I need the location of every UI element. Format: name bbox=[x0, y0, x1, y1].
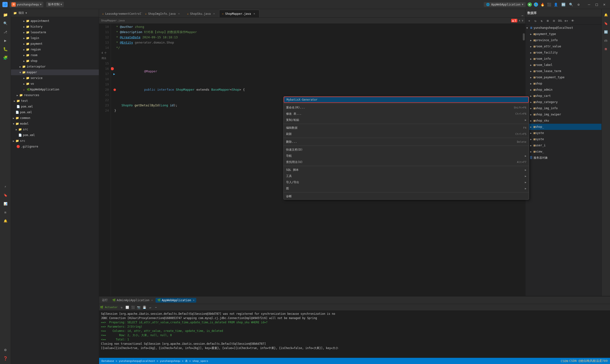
tab-lease-agreement[interactable]: ☕ LeaseAgreementController.java ✕ bbox=[99, 10, 142, 17]
db-table-room-label[interactable]: ▶ ▦ room_label bbox=[526, 62, 601, 68]
db-table-shop-img-info[interactable]: ▶ ▦ shop_img_info bbox=[526, 105, 601, 111]
db-table-shop-sku[interactable]: ▶ ▦ shop_sku bbox=[526, 117, 601, 124]
run-tab-appweb[interactable]: 🌿 AppWebApplication ✕ bbox=[155, 298, 196, 303]
db-table-syste1[interactable]: ▶ ▦ syste bbox=[526, 130, 601, 136]
ctx-item-rename[interactable]: 重命名(R)... Shift+F6 bbox=[284, 104, 529, 111]
console-log[interactable]: SqlSession [org.apache.ibatis.session.de… bbox=[99, 311, 610, 358]
db-table-province-info[interactable]: ▶ ▦ province_info bbox=[526, 37, 601, 43]
tree-item-test[interactable]: ▶ 📁 test bbox=[11, 98, 99, 104]
run-button[interactable]: ▶ bbox=[527, 2, 532, 7]
profile-button[interactable]: 🔥 bbox=[540, 2, 545, 7]
minimize-button[interactable]: — bbox=[586, 1, 592, 8]
tree-item-model[interactable]: ▼ 📁 model bbox=[11, 121, 99, 127]
maximize-button[interactable]: □ bbox=[593, 1, 600, 8]
ctx-item-modify[interactable]: 修改 表... Ctrl+F6 bbox=[284, 111, 529, 117]
tree-item-history[interactable]: ▶ 📁 history bbox=[11, 24, 99, 29]
db-table-shop-category[interactable]: ▶ ▦ shop_category bbox=[526, 99, 601, 105]
context-menu[interactable]: MybatisX-Generator 重命名(R)... Shift+F6 修改… bbox=[283, 96, 529, 200]
run-tab-close[interactable]: ✕ bbox=[151, 299, 153, 301]
sidebar-icon-problems[interactable]: ⚡ bbox=[2, 183, 9, 190]
ctx-item-import-export[interactable]: 导入/导出 ▶ bbox=[284, 179, 529, 185]
user-icon[interactable]: 👤 bbox=[553, 2, 558, 7]
db-table-shop-cart[interactable]: ▶ ▦ shop_cart bbox=[526, 93, 601, 99]
db-refresh-button[interactable]: ↻ bbox=[533, 18, 538, 24]
run-tab-close[interactable]: ✕ bbox=[193, 299, 194, 301]
search-icon[interactable]: 🔍 bbox=[568, 2, 573, 7]
tab-more-button[interactable]: ⋯ bbox=[520, 14, 525, 17]
tree-item-pom2[interactable]: ▶ 📄 pom.xml bbox=[11, 109, 99, 115]
sidebar-icon-structure[interactable]: 📊 bbox=[2, 200, 9, 208]
sidebar-icon-search[interactable]: 🔍 bbox=[2, 20, 9, 27]
wrap-button[interactable]: ↵ bbox=[148, 305, 153, 310]
sidebar-icon-help[interactable]: ❓ bbox=[2, 354, 9, 362]
tree-item-login[interactable]: ▶ 📁 login bbox=[11, 35, 99, 41]
db-server-objects[interactable]: ▶ 🗄 服务器对象 bbox=[526, 155, 601, 161]
tab-shopsku[interactable]: ☕ ShopSku.java ✕ bbox=[184, 10, 219, 17]
ctx-item-find-usage[interactable]: 查找用法(U) Alt+F7 bbox=[284, 159, 529, 165]
ctx-item-navigate[interactable]: 导航 ▶ bbox=[284, 153, 529, 159]
tree-item-payment[interactable]: ▶ 📁 payment bbox=[11, 41, 99, 47]
ctx-item-edit-data[interactable]: 编辑数据 F4 bbox=[284, 125, 529, 131]
tree-item-mapper[interactable]: ▼ 📁 mapper bbox=[11, 69, 99, 75]
tab-close-button[interactable]: ✕ bbox=[177, 12, 181, 16]
db-table-view[interactable]: ▶ ▦ view_ bbox=[526, 148, 601, 155]
db-table-payment-type[interactable]: ▶ ▦ payment_type bbox=[526, 31, 601, 37]
tree-item-service[interactable]: ▶ 📁 service bbox=[11, 75, 99, 81]
tree-item-src[interactable]: ▶ 📁 src bbox=[11, 138, 99, 144]
db-table-shop[interactable]: ▶ ▦ shop bbox=[526, 80, 601, 87]
db-table-shop-selected[interactable]: ▶ ▦ shop_ bbox=[526, 124, 601, 130]
close-button[interactable]: ✕ bbox=[601, 1, 608, 8]
ctx-item-tools[interactable]: 工具 ▶ bbox=[284, 173, 529, 179]
ctx-item-refresh[interactable]: 刷新 Ctrl+F5 bbox=[284, 131, 529, 137]
db-eye-button[interactable]: 👁 bbox=[570, 18, 575, 24]
db-table-view-button[interactable]: ⊞ bbox=[545, 18, 551, 24]
run-config-selector[interactable]: 🌐 AppWebApplication ▼ bbox=[484, 2, 526, 7]
stop-button[interactable]: ⬜ bbox=[125, 305, 130, 310]
tree-item-vo[interactable]: ▶ 📁 vo bbox=[11, 81, 99, 87]
tree-item-region[interactable]: ▶ 📁 region bbox=[11, 47, 99, 52]
stop-button[interactable]: ⬛ bbox=[547, 2, 551, 7]
sidebar-icon-plugins[interactable]: 🧩 bbox=[2, 54, 9, 61]
db-table-room-attr-value[interactable]: ▶ ▦ room_attr_value bbox=[526, 43, 601, 50]
translate-icon[interactable]: 🔤 bbox=[561, 2, 566, 7]
tree-item-src-model[interactable]: ▶ 📁 src bbox=[11, 127, 99, 132]
ctx-item-diagnose[interactable]: 诊断 bbox=[284, 193, 529, 199]
sidebar-icon-project[interactable]: 📁 bbox=[2, 11, 9, 19]
tree-item-appointment[interactable]: ▶ 📁 appointment bbox=[11, 18, 99, 24]
db-ddl-button[interactable]: DDL bbox=[557, 18, 563, 24]
restart-button[interactable]: ↻ bbox=[119, 305, 124, 310]
right-icon-bookmarks[interactable]: 🔖 bbox=[602, 20, 610, 27]
project-selector[interactable]: 云 yunshangshequ ▼ bbox=[10, 2, 43, 7]
db-table-room-facility[interactable]: ▶ ▦ room_facility bbox=[526, 50, 601, 56]
run-tab-admin[interactable]: 🌿 AdminApiApplication ✕ bbox=[111, 298, 154, 303]
right-icon-maven[interactable]: m bbox=[602, 45, 610, 53]
sidebar-icon-settings[interactable]: ⚙ bbox=[2, 346, 9, 353]
sidebar-icon-bookmarks[interactable]: 🔖 bbox=[2, 191, 9, 199]
tree-item-room[interactable]: ▶ 📁 room bbox=[11, 52, 99, 58]
expand-icon[interactable]: ∧ bbox=[519, 19, 520, 22]
tree-item-shop[interactable]: ▶ 📁 shop bbox=[11, 58, 99, 64]
tree-item-gitignore[interactable]: ▶ 🔴 .gitignore bbox=[11, 144, 99, 149]
db-table-user-i[interactable]: ▶ ▦ user_i bbox=[526, 142, 601, 148]
tree-item-pom1[interactable]: ▶ 📄 pom.xml bbox=[11, 104, 99, 109]
sidebar-icon-maven[interactable]: m bbox=[2, 208, 9, 216]
ctx-item-diagram[interactable]: 图 ▶ bbox=[284, 185, 529, 192]
debug-button[interactable]: 🐛 bbox=[534, 2, 538, 7]
ctx-item-delete[interactable]: 删除... Delete bbox=[284, 139, 529, 145]
right-icon-translate[interactable]: 🔤 bbox=[602, 28, 610, 36]
right-icon-db[interactable]: 🗃 bbox=[602, 37, 610, 44]
stop-button2[interactable]: ⬛ bbox=[131, 305, 136, 310]
ctx-item-copy-paste[interactable]: 复制/粘贴 ▶ bbox=[284, 117, 529, 123]
tab-close-button[interactable]: ✕ bbox=[252, 12, 256, 16]
tree-item-leaseterm[interactable]: ▶ 📁 leaseterm bbox=[11, 29, 99, 35]
ctx-item-quick-doc[interactable]: 快速文档(D) bbox=[284, 146, 529, 153]
db-table-room-payment-type[interactable]: ▶ ▦ room_payment_type bbox=[526, 74, 601, 80]
scroll-thumb[interactable] bbox=[523, 33, 525, 40]
collapse-icon[interactable]: ∨ bbox=[522, 19, 523, 22]
screenshot-button[interactable]: 📷 bbox=[136, 305, 141, 310]
db-filter-button[interactable]: ≡↑ bbox=[564, 18, 569, 24]
error-badge[interactable]: ▲ 3 bbox=[511, 19, 517, 22]
project-header-dropdown[interactable]: ▼ bbox=[26, 12, 27, 14]
save-log-button[interactable]: 💾 bbox=[142, 305, 147, 310]
db-table-room-info[interactable]: ▶ ▦ room_info bbox=[526, 56, 601, 62]
